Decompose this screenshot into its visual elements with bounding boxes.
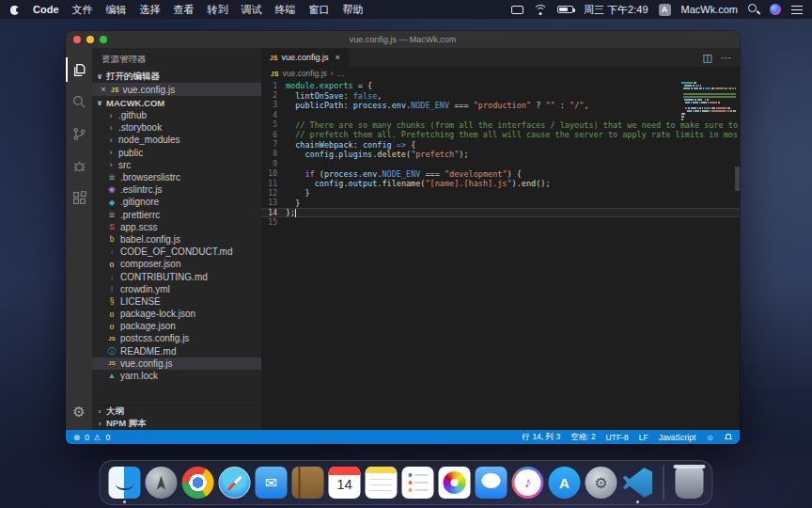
search-icon[interactable] [66, 86, 92, 118]
notifications-bell-icon[interactable] [725, 434, 732, 440]
menu-item[interactable]: 窗口 [309, 3, 330, 17]
tab-vue-config[interactable]: JS vue.config.js × [261, 48, 349, 67]
apple-menu-icon[interactable] [9, 4, 20, 15]
tree-file[interactable]: {}composer.json [92, 258, 261, 270]
zoom-window-button[interactable] [100, 36, 107, 43]
errors-count[interactable]: 0 [85, 433, 89, 442]
tree-file[interactable]: Sapp.scss [92, 221, 261, 233]
input-method-icon[interactable]: A [659, 4, 671, 16]
debug-icon[interactable] [66, 150, 92, 182]
warnings-count[interactable]: 0 [105, 433, 110, 442]
code-line[interactable]: 3 publicPath: process.env.NODE_ENV === "… [261, 101, 740, 110]
tree-file[interactable]: JSvue.config.js [92, 357, 261, 370]
menu-item[interactable]: 帮助 [343, 3, 364, 17]
menu-item[interactable]: 转到 [208, 3, 228, 17]
code-line[interactable]: 13 } [261, 198, 740, 208]
outline-section[interactable]: › 大纲 [92, 405, 261, 418]
tree-file[interactable]: §LICENSE [92, 295, 261, 308]
tree-file[interactable]: !crowdin.yml [92, 283, 261, 295]
open-editor-item[interactable]: × JS vue.config.js [92, 83, 261, 96]
breadcrumb[interactable]: JS vue.config.js › … [261, 67, 740, 80]
menu-item[interactable]: 查看 [174, 3, 195, 17]
workspace-section[interactable]: ∨ MACWK.COM [92, 96, 261, 109]
close-icon[interactable]: × [100, 85, 107, 94]
code-line[interactable]: 9 [261, 159, 740, 168]
tree-file[interactable]: ≣.prettierrc [92, 209, 261, 221]
dock-itunes-icon[interactable]: ♪ [512, 467, 544, 499]
code-line[interactable]: 1module.exports = { [261, 81, 740, 90]
code-line[interactable]: 7 chainWebpack: config => { [261, 139, 740, 149]
window-titlebar[interactable]: vue.config.js — MacWk.com [66, 31, 740, 48]
dock-settings-icon[interactable]: ⚙ [586, 467, 617, 499]
tree-file[interactable]: ≣.browserslistrc [92, 171, 261, 183]
menu-item[interactable]: 终端 [275, 3, 296, 17]
tree-file[interactable]: ↓CONTRIBUTING.md [92, 270, 261, 282]
cursor-position[interactable]: 行 14, 列 3 [523, 432, 561, 443]
spotlight-search-icon[interactable] [748, 4, 759, 15]
tree-folder[interactable]: ›src [92, 159, 261, 171]
display-icon[interactable] [511, 6, 523, 14]
dock-mail-icon[interactable]: ✉ [256, 467, 288, 499]
code-line[interactable]: 8 config.plugins.delete("prefetch"); [261, 150, 740, 159]
battery-icon[interactable] [557, 6, 573, 13]
extensions-icon[interactable] [66, 182, 92, 214]
source-control-icon[interactable] [66, 118, 92, 150]
code-line[interactable]: 14}; [261, 208, 740, 217]
tree-folder[interactable]: ›.storybook [92, 121, 261, 134]
dock-contacts-icon[interactable] [292, 467, 324, 499]
language-mode[interactable]: JavaScript [659, 433, 696, 442]
app-menu[interactable]: Code [33, 4, 59, 15]
feedback-smiley-icon[interactable]: ☺ [706, 433, 714, 442]
dock-finder-icon[interactable] [109, 467, 141, 499]
code-line[interactable]: 10 if (process.env.NODE_ENV === "develop… [261, 169, 740, 179]
indentation[interactable]: 空格: 2 [570, 432, 595, 443]
tree-file[interactable]: ⓘREADME.md [92, 345, 261, 357]
notification-center-icon[interactable] [791, 6, 803, 14]
scrollbar-thumb[interactable] [735, 167, 740, 191]
split-editor-icon[interactable]: ◫ [703, 52, 712, 64]
dock-trash-icon[interactable] [676, 467, 704, 499]
dock-launchpad-icon[interactable] [146, 467, 178, 499]
siri-icon[interactable] [770, 4, 781, 15]
open-editors-section[interactable]: ∨ 打开的编辑器 [92, 70, 261, 83]
tree-folder[interactable]: ›node_modules [92, 134, 261, 146]
tree-folder[interactable]: ›public [92, 147, 261, 159]
close-window-button[interactable] [73, 36, 81, 43]
npm-scripts-section[interactable]: › NPM 脚本 [92, 418, 261, 430]
tree-file[interactable]: bbabel.config.js [92, 233, 261, 246]
code-line[interactable]: 5 // There are so many chunks (from all … [261, 120, 740, 130]
dock-calendar-icon[interactable]: 14 [329, 467, 361, 499]
wifi-icon[interactable] [534, 5, 547, 15]
tree-file[interactable]: JSpostcss.config.js [92, 332, 261, 344]
code-editor[interactable]: 1module.exports = {2 lintOnSave: false,3… [261, 80, 740, 430]
settings-gear-icon[interactable]: ⚙ [66, 398, 92, 426]
minimize-window-button[interactable] [86, 36, 94, 43]
dock-safari-icon[interactable] [219, 467, 251, 499]
menu-item[interactable]: 选择 [140, 3, 161, 17]
warnings-icon[interactable]: ⚠ [94, 433, 102, 442]
tree-file[interactable]: ↓CODE_OF_CONDUCT.md [92, 246, 261, 258]
tree-file[interactable]: {}package-lock.json [92, 308, 261, 320]
code-line[interactable]: 2 lintOnSave: false, [261, 90, 740, 100]
breadcrumb-more[interactable]: … [337, 69, 346, 78]
code-line[interactable]: 15 [261, 217, 740, 227]
menubar-brand[interactable]: MacWk.com [681, 4, 739, 15]
encoding[interactable]: UTF-8 [606, 433, 629, 442]
code-line[interactable]: 11 config.output.filename("[name].[hash]… [261, 179, 740, 188]
menu-item[interactable]: 调试 [242, 3, 262, 17]
code-line[interactable]: 12 } [261, 188, 740, 198]
dock-chrome-icon[interactable] [182, 467, 214, 499]
tree-file[interactable]: {}package.json [92, 320, 261, 332]
dock-vscode-icon[interactable] [622, 467, 654, 499]
dock-reminders-icon[interactable] [402, 467, 434, 499]
errors-icon[interactable]: ⊗ [73, 433, 80, 442]
dock-appstore-icon[interactable]: A [549, 467, 581, 499]
menu-item[interactable]: 编辑 [106, 3, 127, 17]
tree-file[interactable]: ◉.eslintrc.js [92, 183, 261, 196]
explorer-icon[interactable] [66, 54, 92, 86]
close-tab-icon[interactable]: × [336, 53, 340, 62]
dock-notes-icon[interactable] [366, 467, 398, 499]
dock-photos-icon[interactable] [439, 467, 471, 499]
tree-file[interactable]: ▲yarn.lock [92, 370, 261, 382]
code-line[interactable]: 4 [261, 110, 740, 119]
